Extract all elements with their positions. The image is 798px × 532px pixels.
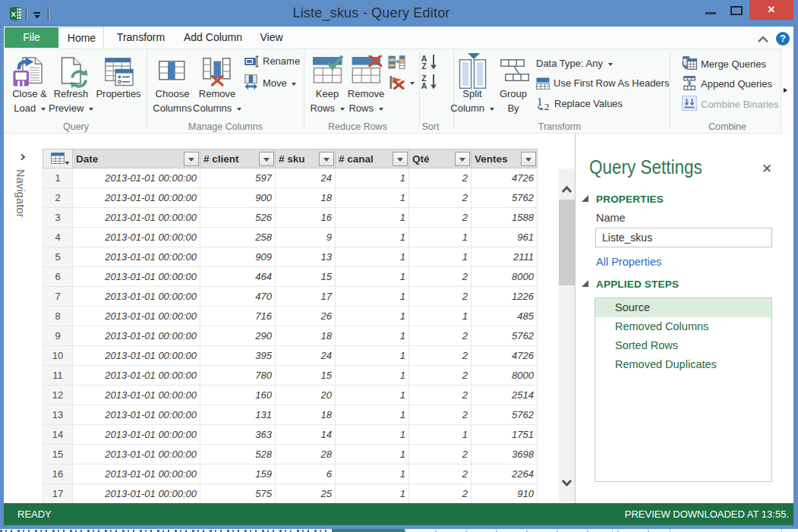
svg-text:A: A xyxy=(421,81,427,90)
svg-text:Z: Z xyxy=(421,61,427,70)
svg-text:1: 1 xyxy=(537,96,543,108)
svg-text:2: 2 xyxy=(544,101,550,111)
